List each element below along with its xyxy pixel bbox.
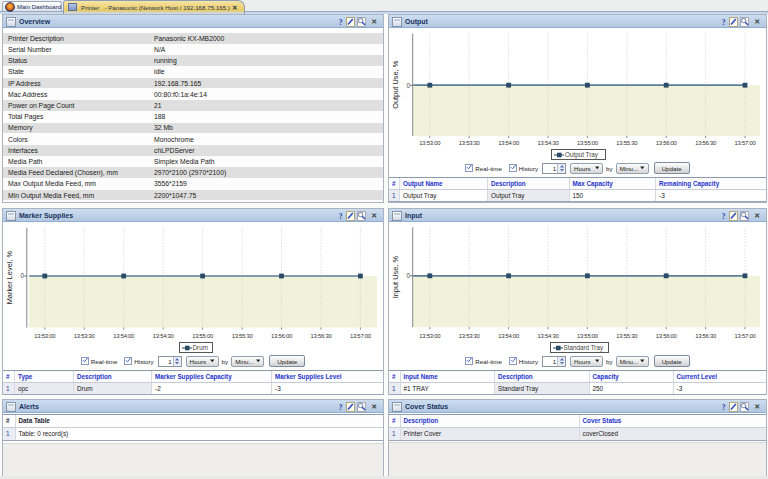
svg-text:13:57:00: 13:57:00 [735, 333, 757, 339]
svg-text:13:57:00: 13:57:00 [350, 333, 372, 339]
svg-text:13:56:30: 13:56:30 [311, 333, 333, 339]
svg-text:Input Use, %: Input Use, % [391, 256, 400, 299]
svg-text:13:54:00: 13:54:00 [498, 333, 520, 339]
svg-text:13:55:00: 13:55:00 [577, 140, 599, 146]
svg-text:Marker Level, %: Marker Level, % [5, 250, 14, 304]
svg-text:13:53:30: 13:53:30 [459, 333, 481, 339]
svg-text:0: 0 [406, 82, 410, 89]
svg-text:13:56:30: 13:56:30 [695, 333, 717, 339]
svg-text:13:54:30: 13:54:30 [538, 140, 560, 146]
svg-text:13:55:30: 13:55:30 [616, 333, 638, 339]
svg-text:13:53:00: 13:53:00 [34, 333, 56, 339]
svg-text:13:53:30: 13:53:30 [74, 333, 96, 339]
svg-text:13:56:30: 13:56:30 [695, 140, 717, 146]
svg-text:13:55:00: 13:55:00 [192, 333, 214, 339]
svg-text:13:55:00: 13:55:00 [577, 333, 599, 339]
svg-text:13:54:30: 13:54:30 [153, 333, 175, 339]
svg-text:Output Use, %: Output Use, % [391, 60, 400, 108]
svg-text:13:56:00: 13:56:00 [656, 140, 678, 146]
svg-text:13:54:30: 13:54:30 [538, 333, 560, 339]
svg-text:0: 0 [20, 272, 24, 279]
svg-text:13:56:00: 13:56:00 [656, 333, 678, 339]
svg-text:13:54:00: 13:54:00 [113, 333, 135, 339]
svg-text:13:56:00: 13:56:00 [271, 333, 293, 339]
svg-text:13:53:30: 13:53:30 [459, 140, 481, 146]
svg-text:13:53:00: 13:53:00 [419, 333, 441, 339]
svg-text:13:57:00: 13:57:00 [735, 140, 757, 146]
svg-text:13:55:30: 13:55:30 [616, 140, 638, 146]
svg-text:13:55:30: 13:55:30 [232, 333, 254, 339]
svg-text:13:54:00: 13:54:00 [498, 140, 520, 146]
svg-text:13:53:00: 13:53:00 [419, 140, 441, 146]
svg-text:0: 0 [406, 272, 410, 279]
